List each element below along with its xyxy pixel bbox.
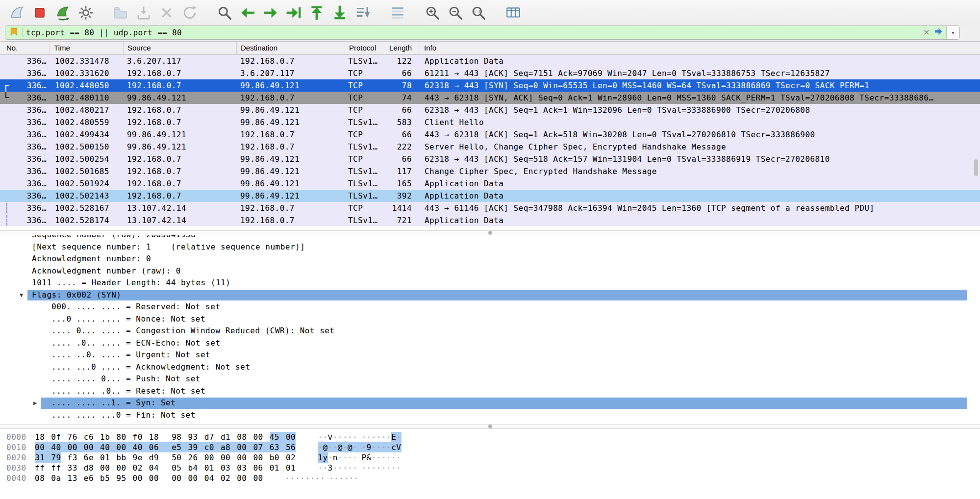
packet-row[interactable]: 336…1002.48011099.86.49.121192.168.0.7TC… bbox=[0, 92, 980, 104]
stop-square-icon bbox=[32, 5, 48, 21]
resize-columns-button[interactable] bbox=[502, 2, 525, 23]
cell-length: 66 bbox=[387, 153, 420, 165]
apply-filter-icon[interactable] bbox=[933, 26, 943, 38]
hex-row[interactable]: 00100040000040004006e539c0a800076356·@··… bbox=[0, 442, 980, 452]
ascii-char: P bbox=[361, 452, 366, 463]
cell-info: 62318 → 443 [ACK] Seq=518 Ack=157 Win=13… bbox=[420, 153, 980, 165]
packet-row[interactable]: 336…1002.331620192.168.0.73.6.207.117TCP… bbox=[0, 67, 980, 79]
detail-text: 000. .... .... = Reserved: Not set bbox=[0, 301, 221, 313]
detail-row[interactable]: 000. .... .... = Reserved: Not set bbox=[0, 301, 980, 313]
zoom-reset-button[interactable]: 1:1 bbox=[467, 2, 490, 23]
cell-source: 13.107.42.14 bbox=[124, 214, 237, 226]
hex-byte: 40 bbox=[51, 442, 67, 452]
cell-time: 1002.499434 bbox=[50, 128, 124, 141]
ascii-char: E bbox=[391, 432, 396, 442]
stop-capture-button[interactable] bbox=[28, 2, 51, 23]
auto-scroll-toggle-button[interactable] bbox=[351, 2, 374, 23]
hex-row[interactable]: 00203179f36e01bb9ed9502600000000b0021y·n… bbox=[0, 452, 980, 463]
collapse-arrow-icon[interactable]: ▼ bbox=[20, 289, 24, 301]
packet-row[interactable]: 336…1002.501924192.168.0.799.86.49.121TL… bbox=[0, 177, 980, 190]
reload-capture-file-button[interactable] bbox=[178, 2, 201, 23]
column-header-source[interactable]: Source bbox=[124, 42, 237, 54]
ascii-char: · bbox=[328, 442, 333, 452]
packet-row[interactable]: 336…1002.502143192.168.0.799.86.49.121TL… bbox=[0, 190, 980, 202]
detail-row[interactable]: [Next sequence number: 1 (relative seque… bbox=[0, 241, 980, 253]
column-header-info[interactable]: Info bbox=[420, 42, 980, 54]
packet-row[interactable]: 336…1002.50015099.86.49.121192.168.0.7TL… bbox=[0, 141, 980, 153]
go-to-first-packet-button[interactable] bbox=[305, 2, 328, 23]
detail-row[interactable]: .... 0... .... = Congestion Window Reduc… bbox=[0, 325, 980, 337]
ascii-char: · bbox=[310, 473, 315, 483]
hex-row[interactable]: 0040080a13e6b5950000000004020000········… bbox=[0, 473, 980, 483]
detail-row[interactable]: .... .0.. .... = ECN-Echo: Not set bbox=[0, 337, 980, 349]
packet-row[interactable]: 336…1002.501685192.168.0.799.86.49.121TL… bbox=[0, 165, 980, 177]
ascii-char: · bbox=[323, 463, 327, 473]
save-capture-file-button[interactable] bbox=[132, 2, 155, 23]
detail-row[interactable]: ▶.... .... ..1. = Syn: Set bbox=[0, 397, 980, 409]
hex-row[interactable]: 0030ffff33d80000020405b4010303060101··3·… bbox=[0, 463, 980, 473]
column-header-length[interactable]: Length bbox=[387, 42, 420, 54]
start-capture-button[interactable] bbox=[5, 2, 28, 23]
hex-byte: 00 bbox=[100, 463, 116, 473]
go-to-previous-packet-button[interactable] bbox=[236, 2, 259, 23]
open-capture-file-button[interactable] bbox=[109, 2, 132, 23]
packet-row[interactable]: 336…1002.480559192.168.0.799.86.49.121TL… bbox=[0, 116, 980, 128]
cell-protocol: TLSv1… bbox=[345, 141, 387, 153]
packet-row[interactable]: 336…1002.52816713.107.42.14192.168.0.7TC… bbox=[0, 202, 980, 214]
hex-byte: 40 bbox=[100, 442, 116, 452]
expand-arrow-icon[interactable]: ▶ bbox=[33, 397, 37, 409]
display-filter-field[interactable]: tcp.port == 80 || udp.port == 80 ✕ bbox=[5, 26, 946, 39]
zoom-in-button[interactable] bbox=[421, 2, 444, 23]
packet-row[interactable]: 336…1002.448050192.168.0.799.86.49.121TC… bbox=[0, 79, 980, 92]
detail-row[interactable]: .... ..0. .... = Urgent: Not set bbox=[0, 349, 980, 361]
packet-row[interactable]: 336…1002.52817413.107.42.14192.168.0.7TL… bbox=[0, 214, 980, 226]
close-capture-file-button[interactable] bbox=[155, 2, 178, 23]
pane-splitter-bottom[interactable] bbox=[0, 424, 980, 429]
pane-splitter-top[interactable] bbox=[0, 230, 980, 235]
clear-filter-icon[interactable]: ✕ bbox=[923, 27, 930, 38]
detail-row[interactable]: .... .... 0... = Push: Not set bbox=[0, 373, 980, 385]
detail-row[interactable]: Sequence number (raw): 2665041958 bbox=[0, 235, 980, 241]
ascii-char: · bbox=[348, 452, 352, 463]
detail-row[interactable]: ...0 .... .... = Nonce: Not set bbox=[0, 313, 980, 325]
detail-row[interactable]: 1011 .... = Header Length: 44 bytes (11) bbox=[0, 277, 980, 289]
hex-ascii: ··3············· bbox=[318, 463, 401, 473]
ascii-char: · bbox=[338, 463, 343, 473]
conversation-marker bbox=[5, 92, 9, 98]
packet-row[interactable]: 336…1002.500254192.168.0.799.86.49.121TC… bbox=[0, 153, 980, 165]
display-filter-input[interactable]: tcp.port == 80 || udp.port == 80 bbox=[26, 28, 920, 37]
column-header-destination[interactable]: Destination bbox=[237, 42, 345, 54]
detail-row[interactable]: Acknowledgment number: 0 bbox=[0, 253, 980, 265]
go-to-packet-button[interactable] bbox=[282, 2, 305, 23]
packet-row[interactable]: 336…1002.3314783.6.207.117192.168.0.7TLS… bbox=[0, 55, 980, 67]
bookmark-icon[interactable] bbox=[9, 27, 19, 38]
column-header-time[interactable]: Time bbox=[50, 42, 124, 54]
go-to-next-packet-button[interactable] bbox=[259, 2, 282, 23]
splitter-handle-icon bbox=[488, 424, 492, 428]
capture-options-button[interactable] bbox=[74, 2, 97, 23]
hex-row[interactable]: 0000180f76c61b80f0189893d7d108004500··v·… bbox=[0, 432, 980, 442]
detail-row[interactable]: Acknowledgment number (raw): 0 bbox=[0, 265, 980, 277]
detail-row[interactable]: .... .... ...0 = Fin: Not set bbox=[0, 409, 980, 422]
detail-row[interactable]: .... .... .0.. = Reset: Not set bbox=[0, 385, 980, 398]
detail-row[interactable]: .... ...0 .... = Acknowledgment: Not set bbox=[0, 361, 980, 374]
filter-dropdown-button[interactable]: ▾ bbox=[946, 26, 959, 39]
ascii-char: · bbox=[352, 452, 361, 463]
ascii-char: · bbox=[290, 473, 295, 483]
restart-capture-button[interactable] bbox=[51, 2, 74, 23]
ascii-char: · bbox=[343, 452, 348, 463]
column-header-protocol[interactable]: Protocol bbox=[345, 42, 387, 54]
packet-row[interactable]: 336…1002.49943499.86.49.121192.168.0.7TC… bbox=[0, 128, 980, 141]
packet-row[interactable]: 336…1002.480217192.168.0.799.86.49.121TC… bbox=[0, 104, 980, 116]
hex-byte: 01 bbox=[204, 463, 221, 473]
zoom-out-button[interactable] bbox=[444, 2, 467, 23]
packet-list-scrollbar[interactable] bbox=[974, 159, 978, 176]
find-packet-button[interactable] bbox=[213, 2, 236, 23]
colorize-toggle-button[interactable] bbox=[386, 2, 409, 23]
ascii-char: · bbox=[391, 463, 396, 473]
go-to-last-packet-button[interactable] bbox=[328, 2, 351, 23]
column-header-no[interactable]: No. bbox=[0, 42, 50, 54]
detail-row[interactable]: ▼Flags: 0x002 (SYN) bbox=[0, 289, 980, 301]
ascii-char: · bbox=[328, 452, 333, 463]
hex-byte: 33 bbox=[68, 463, 84, 473]
